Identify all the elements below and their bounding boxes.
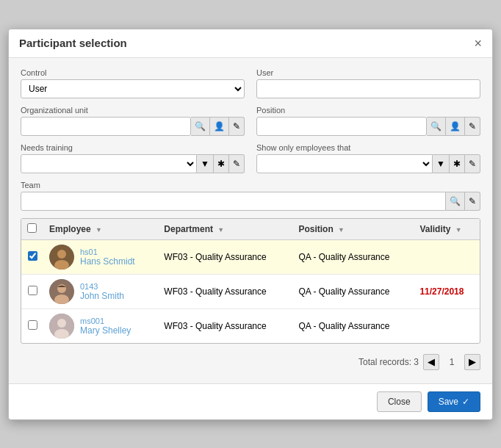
employee-cell-wrap: hs01 Hans Schmidt bbox=[49, 245, 152, 270]
row-position-cell: QA - Quality Assurance bbox=[292, 308, 414, 343]
col-department-label: Department bbox=[164, 224, 213, 234]
position-edit-icon[interactable]: ✎ bbox=[465, 117, 480, 136]
save-checkmark-icon: ✓ bbox=[462, 397, 469, 407]
team-edit-icon[interactable]: ✎ bbox=[465, 192, 480, 211]
table-header-row: Employee ▼ Department ▼ Position ▼ Val bbox=[21, 219, 480, 240]
dialog-header: Participant selection × bbox=[9, 29, 492, 58]
table-row: hs01 Hans Schmidt WF03 - Quality Assuran… bbox=[21, 239, 480, 274]
position-label: Position bbox=[256, 106, 480, 115]
show-only-asterisk-icon[interactable]: ✱ bbox=[450, 154, 465, 173]
show-only-wrap: ▼ ✱ ✎ bbox=[256, 154, 480, 173]
row-department-cell: WF03 - Quality Assurance bbox=[158, 308, 292, 343]
row-employee-cell: hs01 Hans Schmidt bbox=[43, 239, 158, 274]
needs-training-edit-icon[interactable]: ✎ bbox=[229, 154, 245, 173]
avatar bbox=[49, 314, 74, 339]
select-all-checkbox[interactable] bbox=[27, 223, 37, 233]
employee-id: ms001 bbox=[80, 317, 131, 325]
row-check-cell[interactable] bbox=[21, 239, 43, 274]
row-checkbox[interactable] bbox=[28, 251, 37, 261]
row-employee-cell: ms001 Mary Shelley bbox=[43, 308, 158, 343]
row-position-cell: QA - Quality Assurance bbox=[292, 239, 414, 274]
show-only-chevron-icon[interactable]: ▼ bbox=[433, 154, 450, 173]
dialog-title: Participant selection bbox=[19, 37, 127, 49]
position-sort-icon: ▼ bbox=[338, 226, 345, 234]
participant-selection-dialog: Participant selection × Control User Use… bbox=[8, 29, 493, 420]
prev-page-button[interactable]: ◀ bbox=[423, 354, 439, 370]
needs-training-asterisk-icon[interactable]: ✱ bbox=[214, 154, 229, 173]
row-employee-cell: 0143 John Smith bbox=[43, 274, 158, 308]
employee-info: ms001 Mary Shelley bbox=[80, 317, 131, 336]
org-unit-edit-icon[interactable]: ✎ bbox=[229, 117, 245, 136]
needs-training-select[interactable] bbox=[21, 154, 197, 173]
needs-training-label: Needs training bbox=[21, 143, 245, 152]
row-validity-cell bbox=[414, 239, 480, 274]
show-only-group: Show only employees that ▼ ✱ ✎ bbox=[256, 143, 480, 173]
cancel-button[interactable]: Close bbox=[377, 391, 422, 412]
user-label: User bbox=[256, 68, 480, 77]
employee-id: hs01 bbox=[80, 248, 135, 256]
next-page-button[interactable]: ▶ bbox=[464, 354, 480, 370]
team-row: Team 🔍 ✎ bbox=[21, 181, 480, 211]
org-unit-user-icon[interactable]: 👤 bbox=[210, 117, 229, 136]
pagination-row: Total records: 3 ◀ 1 ▶ bbox=[21, 351, 480, 373]
position-user-icon[interactable]: 👤 bbox=[446, 117, 465, 136]
show-only-edit-icon[interactable]: ✎ bbox=[465, 154, 480, 173]
svg-point-1 bbox=[57, 250, 66, 259]
row-check-cell[interactable] bbox=[21, 274, 43, 308]
col-department-header[interactable]: Department ▼ bbox=[158, 219, 292, 240]
team-input-wrap: 🔍 ✎ bbox=[21, 192, 480, 211]
col-employee-label: Employee bbox=[49, 224, 91, 234]
employee-info: hs01 Hans Schmidt bbox=[80, 248, 135, 267]
row-validity-cell: 11/27/2018 bbox=[414, 274, 480, 308]
col-validity-label: Validity bbox=[419, 224, 450, 234]
row-checkbox[interactable] bbox=[28, 320, 37, 330]
save-button[interactable]: Save ✓ bbox=[428, 391, 480, 412]
close-icon[interactable]: × bbox=[474, 37, 482, 50]
form-row-1: Control User User bbox=[21, 68, 480, 98]
row-validity-cell bbox=[414, 308, 480, 343]
row-check-cell[interactable] bbox=[21, 308, 43, 343]
form-row-2: Organizational unit WLFC - Welly's Food … bbox=[21, 106, 480, 136]
department-sort-icon: ▼ bbox=[217, 226, 224, 234]
position-input-wrap: QA - Quality Assurance 🔍 👤 ✎ bbox=[256, 117, 480, 136]
org-unit-label: Organizational unit bbox=[21, 106, 245, 115]
team-label: Team bbox=[21, 181, 480, 189]
validity-sort-icon: ▼ bbox=[455, 226, 462, 234]
avatar bbox=[49, 279, 74, 304]
employee-name: Hans Schmidt bbox=[80, 256, 135, 267]
control-group: Control User bbox=[21, 68, 245, 98]
col-position-header[interactable]: Position ▼ bbox=[292, 219, 414, 240]
org-unit-input[interactable]: WLFC - Welly's Food Company bbox=[21, 117, 191, 136]
col-check-header bbox=[21, 219, 43, 240]
position-group: Position QA - Quality Assurance 🔍 👤 ✎ bbox=[256, 106, 480, 136]
employee-cell-wrap: 0143 John Smith bbox=[49, 279, 152, 304]
total-records-label: Total records: 3 bbox=[358, 357, 419, 367]
table-row: ms001 Mary Shelley WF03 - Quality Assura… bbox=[21, 308, 480, 343]
org-unit-group: Organizational unit WLFC - Welly's Food … bbox=[21, 106, 245, 136]
row-position-cell: QA - Quality Assurance bbox=[292, 274, 414, 308]
row-checkbox[interactable] bbox=[28, 286, 37, 295]
team-search-icon[interactable]: 🔍 bbox=[446, 192, 465, 211]
employee-info: 0143 John Smith bbox=[80, 282, 124, 301]
user-input[interactable] bbox=[256, 79, 480, 98]
col-validity-header[interactable]: Validity ▼ bbox=[414, 219, 480, 240]
control-select[interactable]: User bbox=[21, 79, 245, 98]
employee-name: Mary Shelley bbox=[80, 325, 131, 336]
needs-training-chevron-icon[interactable]: ▼ bbox=[197, 154, 214, 173]
org-unit-search-icon[interactable]: 🔍 bbox=[191, 117, 210, 136]
avatar bbox=[49, 245, 74, 270]
needs-training-group: Needs training ▼ ✱ ✎ bbox=[21, 143, 245, 173]
col-employee-header[interactable]: Employee ▼ bbox=[43, 219, 158, 240]
team-input[interactable] bbox=[21, 192, 446, 211]
position-input[interactable]: QA - Quality Assurance bbox=[256, 117, 427, 136]
table-row: 0143 John Smith WF03 - Quality Assurance… bbox=[21, 274, 480, 308]
save-label: Save bbox=[439, 397, 458, 407]
svg-point-7 bbox=[57, 319, 66, 328]
table-body: hs01 Hans Schmidt WF03 - Quality Assuran… bbox=[21, 239, 480, 343]
employee-sort-icon: ▼ bbox=[95, 226, 102, 234]
position-search-icon[interactable]: 🔍 bbox=[427, 117, 446, 136]
user-group: User bbox=[256, 68, 480, 98]
show-only-select[interactable] bbox=[256, 154, 433, 173]
dialog-footer: Close Save ✓ bbox=[9, 383, 492, 419]
dialog-body: Control User User Organizational unit WL… bbox=[9, 58, 492, 383]
